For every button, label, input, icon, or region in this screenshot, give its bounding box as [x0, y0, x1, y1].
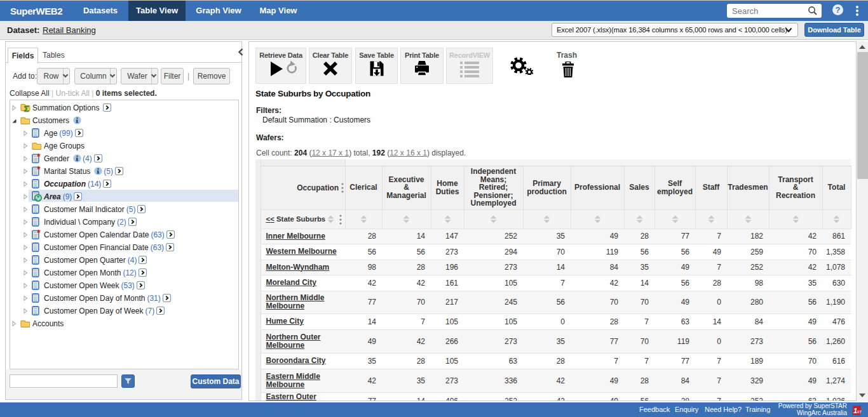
svg-text:Σ: Σ [24, 104, 29, 114]
svg-text:ST: ST [857, 410, 862, 414]
